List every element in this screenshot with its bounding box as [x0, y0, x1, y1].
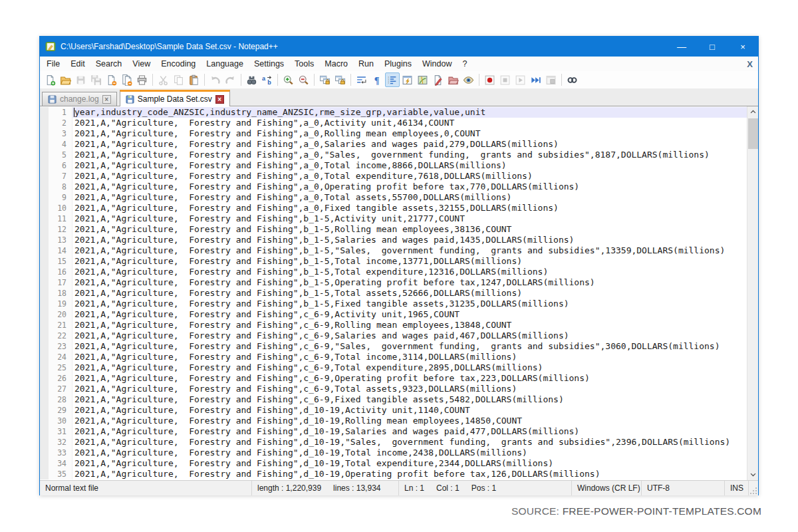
code-line[interactable]: 112021,A,"Agriculture, Forestry and Fish…	[40, 213, 747, 224]
sync-vertical-scroll-icon[interactable]	[318, 72, 332, 87]
maximize-button[interactable]: □	[697, 37, 728, 57]
code-text[interactable]: 2021,A,"Agriculture, Forestry and Fishin…	[72, 331, 747, 341]
code-text[interactable]: 2021,A,"Agriculture, Forestry and Fishin…	[72, 192, 747, 203]
code-text[interactable]: 2021,A,"Agriculture, Forestry and Fishin…	[72, 416, 747, 426]
code-text[interactable]: 2021,A,"Agriculture, Forestry and Fishin…	[72, 118, 747, 128]
scrollbar-thumb[interactable]	[748, 118, 758, 149]
code-line[interactable]: 242021,A,"Agriculture, Forestry and Fish…	[40, 352, 747, 362]
code-line[interactable]: 122021,A,"Agriculture, Forestry and Fish…	[40, 224, 747, 235]
define-language-icon[interactable]	[431, 72, 446, 87]
code-line[interactable]: 72021,A,"Agriculture, Forestry and Fishi…	[40, 171, 747, 182]
word-wrap-icon[interactable]	[354, 72, 369, 87]
open-file-icon[interactable]	[59, 72, 73, 87]
minimize-button[interactable]: —	[666, 37, 697, 57]
code-text[interactable]: 2021,A,"Agriculture, Forestry and Fishin…	[72, 394, 747, 405]
code-line[interactable]: 252021,A,"Agriculture, Forestry and Fish…	[40, 362, 747, 373]
code-text[interactable]: 2021,A,"Agriculture, Forestry and Fishin…	[72, 373, 747, 384]
code-line[interactable]: 22021,A,"Agriculture, Forestry and Fishi…	[40, 118, 747, 128]
code-line[interactable]: 162021,A,"Agriculture, Forestry and Fish…	[40, 267, 747, 277]
menu-run[interactable]: Run	[353, 57, 379, 71]
code-line[interactable]: 152021,A,"Agriculture, Forestry and Fish…	[40, 256, 747, 267]
new-file-icon[interactable]	[43, 72, 58, 87]
macro-stop-icon[interactable]	[498, 72, 513, 87]
scroll-down-arrow[interactable]	[747, 469, 758, 480]
code-text[interactable]: 2021,A,"Agriculture, Forestry and Fishin…	[72, 309, 747, 320]
copy-icon[interactable]	[172, 72, 186, 87]
menu-close-button[interactable]: X	[747, 59, 753, 69]
code-text[interactable]: year,industry_code_ANZSIC,industry_name_…	[72, 107, 747, 118]
zoom-in-icon[interactable]	[281, 72, 296, 87]
code-line[interactable]: 172021,A,"Agriculture, Forestry and Fish…	[40, 277, 747, 288]
tab-close-icon[interactable]: ×	[102, 95, 111, 104]
doc-switcher-icon[interactable]	[400, 72, 415, 87]
code-line[interactable]: 202021,A,"Agriculture, Forestry and Fish…	[40, 309, 747, 320]
code-line[interactable]: 102021,A,"Agriculture, Forestry and Fish…	[40, 203, 747, 213]
code-text[interactable]: 2021,A,"Agriculture, Forestry and Fishin…	[72, 182, 747, 192]
code-line[interactable]: 52021,A,"Agriculture, Forestry and Fishi…	[40, 150, 747, 160]
title-bar[interactable]: C:\Users\Farshad\Desktop\Sample Data Set…	[40, 37, 758, 57]
menu-file[interactable]: File	[41, 57, 65, 71]
menu-help[interactable]: ?	[457, 57, 472, 71]
print-icon[interactable]	[135, 72, 150, 87]
code-text[interactable]: 2021,A,"Agriculture, Forestry and Fishin…	[72, 160, 747, 171]
menu-tools[interactable]: Tools	[289, 57, 319, 71]
menu-plugins[interactable]: Plugins	[379, 57, 417, 71]
code-text[interactable]: 2021,A,"Agriculture, Forestry and Fishin…	[72, 267, 747, 277]
sync-horizontal-scroll-icon[interactable]	[333, 72, 348, 87]
document-map-icon[interactable]	[416, 72, 430, 87]
macro-save-icon[interactable]	[544, 72, 559, 87]
code-text[interactable]: 2021,A,"Agriculture, Forestry and Fishin…	[72, 437, 747, 448]
code-text[interactable]: 2021,A,"Agriculture, Forestry and Fishin…	[72, 128, 747, 139]
menu-language[interactable]: Language	[201, 57, 249, 71]
replace-icon[interactable]: ab	[260, 72, 275, 87]
close-button[interactable]: ×	[728, 37, 758, 57]
code-line[interactable]: 352021,A,"Agriculture, Forestry and Fish…	[40, 469, 747, 479]
code-line[interactable]: 82021,A,"Agriculture, Forestry and Fishi…	[40, 182, 747, 192]
zoom-out-icon[interactable]	[297, 72, 311, 87]
scroll-up-arrow[interactable]	[747, 106, 758, 118]
code-line[interactable]: 1year,industry_code_ANZSIC,industry_name…	[40, 107, 747, 118]
vertical-scrollbar[interactable]	[747, 106, 758, 480]
menu-settings[interactable]: Settings	[249, 57, 289, 71]
code-text[interactable]: 2021,A,"Agriculture, Forestry and Fishin…	[72, 288, 747, 299]
code-line[interactable]: 222021,A,"Agriculture, Forestry and Fish…	[40, 331, 747, 341]
code-line[interactable]: 332021,A,"Agriculture, Forestry and Fish…	[40, 448, 747, 458]
redo-icon[interactable]	[223, 72, 238, 87]
code-text[interactable]: 2021,A,"Agriculture, Forestry and Fishin…	[72, 256, 747, 267]
close-all-icon[interactable]	[120, 72, 134, 87]
plugin-rings-icon[interactable]	[565, 72, 580, 87]
macro-record-icon[interactable]	[483, 72, 497, 87]
code-line[interactable]: 272021,A,"Agriculture, Forestry and Fish…	[40, 384, 747, 394]
save-icon[interactable]	[74, 72, 88, 87]
code-line[interactable]: 212021,A,"Agriculture, Forestry and Fish…	[40, 320, 747, 331]
tab-sample-data-set[interactable]: Sample Data Set.csv ×	[120, 90, 230, 106]
code-line[interactable]: 262021,A,"Agriculture, Forestry and Fish…	[40, 373, 747, 384]
code-line[interactable]: 232021,A,"Agriculture, Forestry and Fish…	[40, 341, 747, 352]
find-icon[interactable]	[245, 72, 259, 87]
resize-grip[interactable]	[749, 481, 758, 495]
menu-edit[interactable]: Edit	[65, 57, 90, 71]
code-line[interactable]: 132021,A,"Agriculture, Forestry and Fish…	[40, 235, 747, 245]
code-line[interactable]: 182021,A,"Agriculture, Forestry and Fish…	[40, 288, 747, 299]
code-line[interactable]: 32021,A,"Agriculture, Forestry and Fishi…	[40, 128, 747, 139]
code-text[interactable]: 2021,A,"Agriculture, Forestry and Fishin…	[72, 352, 747, 362]
menu-search[interactable]: Search	[90, 57, 128, 71]
code-line[interactable]: 312021,A,"Agriculture, Forestry and Fish…	[40, 426, 747, 437]
code-text[interactable]: 2021,A,"Agriculture, Forestry and Fishin…	[72, 224, 747, 235]
code-text[interactable]: 2021,A,"Agriculture, Forestry and Fishin…	[72, 320, 747, 331]
code-text[interactable]: 2021,A,"Agriculture, Forestry and Fishin…	[72, 171, 747, 182]
code-text[interactable]: 2021,A,"Agriculture, Forestry and Fishin…	[72, 245, 747, 256]
save-all-icon[interactable]	[89, 72, 104, 87]
code-line[interactable]: 192021,A,"Agriculture, Forestry and Fish…	[40, 299, 747, 309]
show-all-characters-icon[interactable]: ¶	[370, 72, 384, 87]
code-text[interactable]: 2021,A,"Agriculture, Forestry and Fishin…	[72, 448, 747, 458]
code-text[interactable]: 2021,A,"Agriculture, Forestry and Fishin…	[72, 213, 747, 224]
code-line[interactable]: 342021,A,"Agriculture, Forestry and Fish…	[40, 458, 747, 469]
menu-window[interactable]: Window	[417, 57, 457, 71]
editor[interactable]: 1year,industry_code_ANZSIC,industry_name…	[40, 106, 758, 480]
code-text[interactable]: 2021,A,"Agriculture, Forestry and Fishin…	[72, 139, 747, 150]
menu-view[interactable]: View	[127, 57, 156, 71]
macro-run-multiple-icon[interactable]	[529, 72, 543, 87]
code-text[interactable]: 2021,A,"Agriculture, Forestry and Fishin…	[72, 150, 747, 160]
code-line[interactable]: 62021,A,"Agriculture, Forestry and Fishi…	[40, 160, 747, 171]
